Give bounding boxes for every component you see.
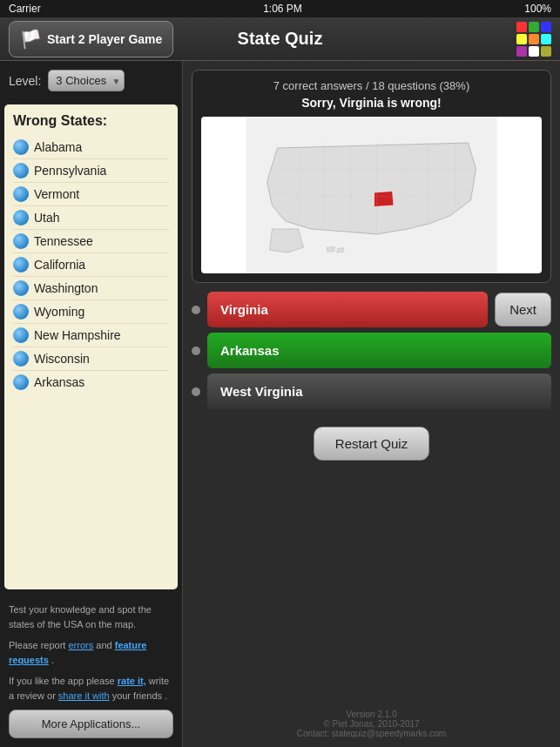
choice-bullet-1 — [192, 347, 200, 355]
restart-quiz-button[interactable]: Restart Quiz — [314, 427, 429, 461]
content-area: 7 correct answers / 18 questions (38%) S… — [183, 61, 560, 747]
list-item: New Hampshire — [13, 324, 169, 347]
footer: Version 2.1.0 © Piet Jonas, 2010-2017 Co… — [192, 710, 551, 738]
flag-icon: 🏳️ — [20, 29, 42, 50]
state-name: California — [34, 258, 85, 272]
start-2player-button[interactable]: 🏳️ Start 2 Player Game — [9, 21, 173, 57]
quiz-wrong-message: Sorry, Virginia is wrong! — [201, 96, 542, 110]
info-text-1: Test your knowledge and spot the states … — [9, 602, 173, 631]
choice-bullet-2 — [192, 387, 200, 396]
battery-label: 100% — [524, 3, 551, 15]
wrong-states-title: Wrong States: — [13, 113, 169, 129]
list-item: Utah — [13, 206, 169, 230]
state-name: Alabama — [34, 140, 82, 154]
choice-button-virginia[interactable]: Virginia — [207, 292, 488, 327]
quiz-stats: 7 correct answers / 18 questions (38%) — [201, 79, 542, 92]
level-select[interactable]: 2 Choices 3 Choices 4 Choices 5 Choices — [48, 70, 125, 91]
list-item: Vermont — [13, 183, 169, 206]
globe-icon — [13, 327, 29, 343]
rate-link[interactable]: rate it, — [118, 676, 146, 686]
wrong-states-list: Alabama Pennsylvania Vermont Utah Tennes… — [13, 136, 169, 394]
choice-row-0: Virginia Next — [192, 292, 551, 327]
state-name: Pennsylvania — [34, 164, 106, 178]
usa-map — [201, 117, 542, 273]
sidebar: Level: 2 Choices 3 Choices 4 Choices 5 C… — [0, 61, 183, 747]
choice-button-arkansas[interactable]: Arkansas — [207, 333, 551, 368]
state-name: Utah — [34, 211, 60, 225]
share-link[interactable]: share it with — [58, 690, 110, 701]
state-name: Arkansas — [34, 375, 84, 389]
list-item: Wisconsin — [13, 347, 169, 371]
next-button[interactable]: Next — [495, 293, 551, 326]
globe-icon — [13, 257, 29, 273]
state-name: Wisconsin — [34, 352, 90, 366]
errors-link[interactable]: errors — [69, 640, 94, 650]
state-name: Wyoming — [34, 305, 84, 319]
list-item: Tennessee — [13, 230, 169, 253]
version-label: Version 2.1.0 — [192, 710, 551, 719]
list-item: Washington — [13, 277, 169, 300]
contact-label: Contact: statequiz@speedymarks.com — [192, 729, 551, 738]
globe-icon — [13, 233, 29, 249]
wrong-states-section: Wrong States: Alabama Pennsylvania Vermo… — [4, 104, 178, 589]
status-bar: Carrier 1:06 PM 100% — [0, 0, 560, 17]
globe-icon — [13, 163, 29, 178]
list-item: Pennsylvania — [13, 159, 169, 183]
globe-icon — [13, 210, 29, 225]
choice-bullet-0 — [192, 306, 200, 314]
list-item: Alabama — [13, 136, 169, 159]
state-name: Washington — [34, 281, 98, 295]
time-label: 1:06 PM — [263, 3, 302, 15]
header: 🏳️ Start 2 Player Game State Quiz — [0, 17, 560, 61]
more-apps-button[interactable]: More Applications... — [9, 710, 173, 738]
list-item: Wyoming — [13, 300, 169, 324]
globe-icon — [13, 280, 29, 296]
choices-section: Virginia Next Arkansas West Virginia — [192, 292, 551, 409]
list-item: Arkansas — [13, 371, 169, 394]
globe-icon — [13, 304, 29, 320]
globe-icon — [13, 374, 29, 390]
info-text-3: If you like the app please rate it, writ… — [9, 674, 173, 703]
copyright-label: © Piet Jonas, 2010-2017 — [192, 719, 551, 729]
level-section: Level: 2 Choices 3 Choices 4 Choices 5 C… — [0, 61, 182, 100]
main-layout: Level: 2 Choices 3 Choices 4 Choices 5 C… — [0, 61, 560, 747]
globe-icon — [13, 139, 29, 155]
page-title: State Quiz — [238, 29, 323, 49]
list-item: California — [13, 253, 169, 277]
globe-icon — [13, 186, 29, 202]
map-area: 7 correct answers / 18 questions (38%) S… — [192, 70, 551, 283]
choice-button-west-virginia[interactable]: West Virginia — [207, 374, 551, 409]
level-select-wrapper[interactable]: 2 Choices 3 Choices 4 Choices 5 Choices — [48, 70, 125, 91]
level-label: Level: — [9, 74, 41, 88]
info-text-2: Please report errors and feature request… — [9, 638, 173, 667]
info-section: Test your knowledge and spot the states … — [0, 594, 182, 747]
globe-icon — [13, 351, 29, 367]
usa-map-svg — [201, 117, 542, 273]
color-grid-icon — [516, 22, 551, 57]
state-name: New Hampshire — [34, 328, 121, 342]
state-name: Tennessee — [34, 234, 93, 248]
state-name: Vermont — [34, 187, 79, 201]
start-2player-label: Start 2 Player Game — [47, 32, 162, 46]
choice-row-2: West Virginia — [192, 374, 551, 409]
choice-row-1: Arkansas — [192, 333, 551, 368]
carrier-label: Carrier — [9, 3, 41, 15]
